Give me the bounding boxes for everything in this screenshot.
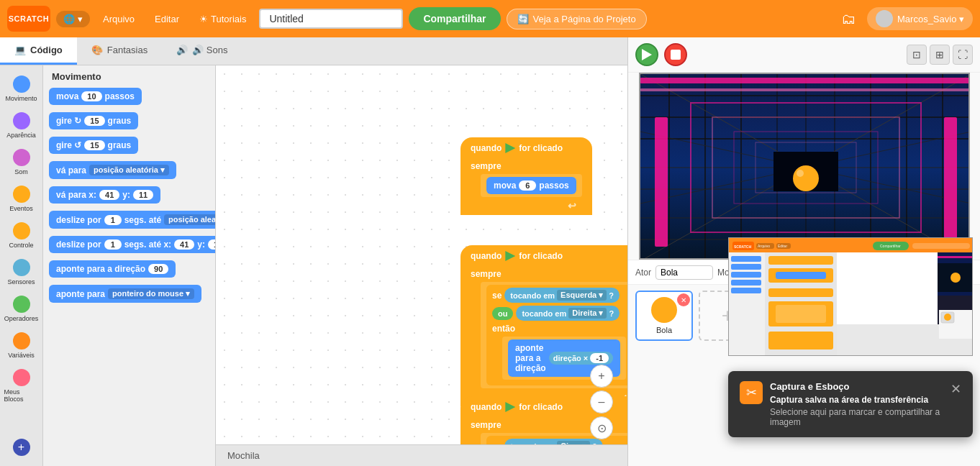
svg-rect-51 bbox=[776, 305, 826, 323]
hat-block-1[interactable]: quando for clicado bbox=[460, 137, 592, 157]
svg-rect-28 bbox=[944, 117, 957, 247]
folder-button[interactable]: 🗂 bbox=[835, 8, 861, 30]
category-sound[interactable]: Som bbox=[1, 145, 42, 180]
view-page-button[interactable]: 🔄 Veja a Página do Projeto bbox=[507, 9, 647, 29]
events-dot bbox=[13, 186, 30, 203]
top-navigation: SCRATCH 🌐 ▾ Arquivo Editar ☀ Tutoriais C… bbox=[0, 0, 980, 37]
svg-rect-56 bbox=[731, 280, 761, 285]
scratch-logo[interactable]: SCRATCH bbox=[7, 6, 50, 32]
block-goto-xy[interactable]: vá para x: 41 y: 11 bbox=[49, 186, 160, 204]
category-my-blocks[interactable]: Meus Blocos bbox=[1, 365, 42, 407]
layout-small-button[interactable]: ⊡ bbox=[907, 45, 927, 65]
block-glide-xy[interactable]: deslize por 1 segs. até x: 41 y: 11 bbox=[49, 236, 216, 253]
layout-normal-button[interactable]: ⊞ bbox=[930, 45, 950, 65]
add-icon: + bbox=[13, 439, 30, 456]
zoom-out-button[interactable]: – bbox=[590, 390, 613, 414]
capture-body-text: Selecione aqui para marcar e compartilha… bbox=[770, 407, 943, 427]
tab-costumes[interactable]: 🎨 Fantasias bbox=[77, 37, 162, 65]
svg-rect-48 bbox=[776, 272, 826, 279]
editar-menu[interactable]: Editar bbox=[148, 9, 186, 29]
green-flag-button[interactable] bbox=[635, 43, 658, 66]
svg-point-35 bbox=[797, 170, 804, 177]
layout-fullscreen-button[interactable]: ⛶ bbox=[953, 45, 973, 65]
capture-icon: ✂ bbox=[740, 381, 763, 404]
play-icon bbox=[642, 49, 652, 60]
category-control[interactable]: Controle bbox=[1, 218, 42, 253]
arquivo-menu[interactable]: Arquivo bbox=[96, 9, 142, 29]
block-turn-cw[interactable]: gire ↻ 15 graus bbox=[49, 112, 138, 129]
stage-toolbar: ⊡ ⊞ ⛶ bbox=[628, 37, 980, 73]
tutorials-button[interactable]: ☀ Tutoriais bbox=[192, 9, 253, 29]
tab-code[interactable]: 💻 Código bbox=[0, 37, 77, 65]
svg-rect-46 bbox=[768, 256, 833, 265]
direction-operator-2[interactable]: direção × -1 bbox=[549, 352, 613, 365]
green-flag-icon-3 bbox=[505, 402, 515, 412]
sprite-bola[interactable]: ✕ Bola bbox=[635, 291, 693, 341]
category-sensors[interactable]: Sensores bbox=[1, 255, 42, 290]
stop-button[interactable] bbox=[664, 43, 687, 66]
svg-rect-53 bbox=[731, 256, 761, 262]
svg-text:Arquivo: Arquivo bbox=[758, 244, 770, 248]
touching-left-block[interactable]: tocando em Esquerda ▾ ? bbox=[504, 288, 620, 303]
language-chevron: ▾ bbox=[78, 14, 83, 24]
svg-rect-57 bbox=[731, 288, 761, 293]
category-operators[interactable]: Operadores bbox=[1, 291, 42, 326]
tunnel-svg bbox=[640, 74, 968, 258]
svg-rect-43 bbox=[938, 256, 973, 258]
capture-close-button[interactable]: ✕ bbox=[950, 381, 961, 397]
actor-name-input[interactable] bbox=[655, 265, 713, 280]
category-events[interactable]: Eventos bbox=[1, 181, 42, 216]
move-6-block[interactable]: mova 6 passos bbox=[486, 177, 576, 194]
globe-icon: 🌐 bbox=[63, 14, 75, 24]
category-appearance[interactable]: Aparência bbox=[1, 108, 42, 143]
block-turn-ccw[interactable]: gire ↺ 15 graus bbox=[49, 137, 138, 154]
blocks-palette: Movimento mova 10 passos gire ↻ 15 graus bbox=[43, 65, 216, 466]
svg-point-45 bbox=[950, 273, 961, 283]
stop-icon bbox=[671, 50, 681, 60]
mochila-bar[interactable]: Mochila bbox=[216, 444, 627, 466]
blocks-category-title: Movimento bbox=[49, 71, 209, 82]
refresh-icon: 🔄 bbox=[517, 14, 529, 24]
script-area[interactable]: quando for clicado sempre mova 6 bbox=[216, 65, 627, 466]
svg-rect-49 bbox=[768, 288, 833, 297]
screenshot-svg: SCRATCH Arquivo Editar Compartilhar bbox=[729, 238, 973, 356]
sprite-delete-button[interactable]: ✕ bbox=[677, 293, 690, 306]
zoom-reset-button[interactable]: ⊙ bbox=[590, 416, 613, 439]
project-title-input[interactable] bbox=[259, 9, 403, 29]
or-operator: ou bbox=[492, 307, 513, 320]
block-point-towards[interactable]: aponte para ponteiro do mouse ▾ bbox=[49, 285, 201, 303]
block-goto-random[interactable]: vá para posição aleatória ▾ bbox=[49, 161, 176, 179]
script-stack-1[interactable]: quando for clicado sempre mova 6 bbox=[460, 137, 592, 215]
share-button[interactable]: Compartilhar bbox=[409, 7, 500, 30]
green-flag-icon-2 bbox=[505, 251, 515, 261]
forever-cap-1: ↩ bbox=[471, 200, 582, 211]
forever-block-1[interactable]: sempre mova 6 passos ↩ bbox=[460, 157, 592, 215]
svg-rect-55 bbox=[731, 272, 761, 278]
control-dot bbox=[13, 222, 30, 239]
folder-icon: 🗂 bbox=[841, 11, 856, 27]
svg-point-60 bbox=[944, 314, 951, 321]
tab-sounds[interactable]: 🔊 🔊 Sons bbox=[162, 37, 242, 65]
svg-text:Compartilhar: Compartilhar bbox=[880, 244, 901, 248]
zoom-in-button[interactable]: + bbox=[590, 365, 613, 388]
sounds-icon: 🔊 bbox=[176, 45, 188, 55]
stage-area: ⊡ ⊞ ⛶ bbox=[627, 37, 980, 466]
block-glide-random[interactable]: deslize por 1 segs. até posição aleatóri… bbox=[49, 211, 216, 229]
categories-panel: Movimento Aparência Som Eventos Controle bbox=[0, 65, 43, 466]
block-move[interactable]: mova 10 passos bbox=[49, 88, 142, 105]
category-motion[interactable]: Movimento bbox=[1, 71, 42, 106]
add-extension-button[interactable]: + bbox=[1, 434, 42, 460]
language-button[interactable]: 🌐 ▾ bbox=[56, 11, 90, 27]
hat-block-2[interactable]: quando for clicado bbox=[460, 245, 627, 265]
myblocks-dot bbox=[13, 369, 30, 386]
svg-point-34 bbox=[793, 165, 819, 191]
variables-dot bbox=[13, 332, 30, 350]
capture-toast[interactable]: ✂ Captura e Esboço Captura salva na área… bbox=[728, 371, 973, 437]
stage-screenshot-overlay: SCRATCH Arquivo Editar Compartilhar bbox=[728, 237, 973, 356]
category-variables[interactable]: Variáveis bbox=[1, 328, 42, 363]
actor-label: Ator bbox=[635, 268, 651, 278]
touching-right-block[interactable]: tocando em Direita ▾ ? bbox=[516, 306, 620, 321]
block-point-direction[interactable]: aponte para a direção 90 bbox=[49, 260, 176, 278]
operators-dot bbox=[13, 296, 30, 313]
user-badge[interactable]: Marcos_Savio ▾ bbox=[867, 7, 973, 30]
